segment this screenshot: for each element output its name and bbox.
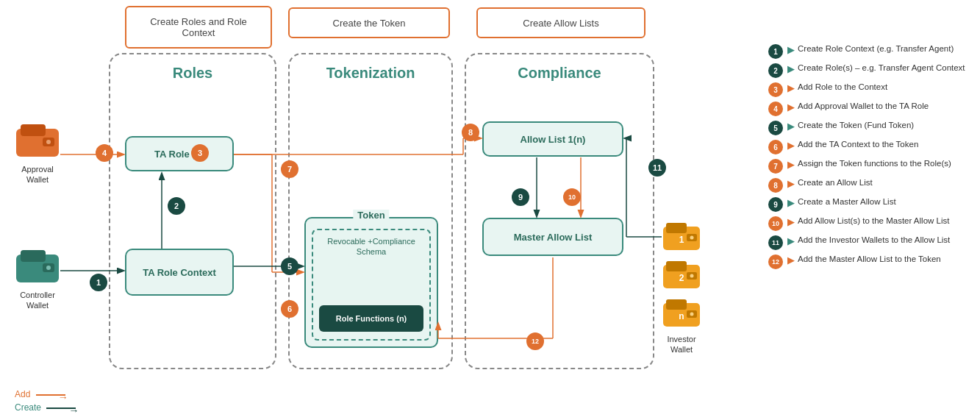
token-panel-title: Tokenization <box>290 65 451 82</box>
investor-wallet-n: n <box>662 297 701 332</box>
legend-arrow-11: ▶ <box>787 235 795 246</box>
approval-wallet: ApprovalWallet <box>15 121 60 185</box>
badge-9: 9 <box>512 188 529 206</box>
legend-item-9: 9 ▶ Create a Master Allow List <box>768 197 974 212</box>
svg-rect-14 <box>666 261 687 271</box>
allow-list-box: Allow List 1(n) <box>482 121 623 157</box>
legend-badge-11: 11 <box>768 235 783 250</box>
legend-arrow-3: ▶ <box>787 82 795 93</box>
badge-6: 6 <box>281 300 298 318</box>
token-inner-box: Revocable +Compliance Schema Role Functi… <box>312 229 431 341</box>
legend-badge-9: 9 <box>768 197 783 212</box>
diagram-container: Create Roles and Role Context Create the… <box>0 0 980 420</box>
badge-3: 3 <box>191 144 209 162</box>
master-allow-list-box: Master Allow List <box>482 218 623 256</box>
svg-text:2: 2 <box>679 273 684 283</box>
investor-wallet-2: 2 <box>662 259 701 294</box>
legend-badge-7: 7 <box>768 159 783 174</box>
badge-10: 10 <box>563 188 581 206</box>
legend-badge-2: 2 <box>768 63 783 78</box>
legend-item-1: 1 ▶ Create Role Context (e.g. Transfer A… <box>768 44 974 59</box>
role-functions-box: Role Functions (n) <box>319 305 423 332</box>
legend-arrow-10: ▶ <box>787 216 795 227</box>
svg-text:1: 1 <box>679 235 684 245</box>
badge-7: 7 <box>281 160 298 178</box>
legend-arrow-8: ▶ <box>787 178 795 189</box>
legend-item-11: 11 ▶ Add the Investor Wallets to the All… <box>768 235 974 250</box>
svg-text:n: n <box>679 311 684 321</box>
token-header: Create the Token <box>288 7 450 38</box>
svg-point-21 <box>690 313 694 316</box>
badge-11: 11 <box>648 159 666 177</box>
badge-8: 8 <box>462 124 479 141</box>
controller-wallet: ControllerWallet <box>15 247 60 311</box>
ta-role-context-box: TA Role Context <box>125 249 234 296</box>
svg-point-11 <box>690 236 694 240</box>
allowlist-header: Create Allow Lists <box>476 7 645 38</box>
legend-item-3: 3 ▶ Add Role to the Context <box>768 82 974 97</box>
legend-item-4: 4 ▶ Add Approval Wallet to the TA Role <box>768 102 974 116</box>
legend-arrow-5: ▶ <box>787 121 795 132</box>
legend-badge-1: 1 <box>768 44 783 59</box>
legend: 1 ▶ Create Role Context (e.g. Transfer A… <box>768 44 974 274</box>
svg-rect-5 <box>21 250 46 262</box>
controller-wallet-label: ControllerWallet <box>15 290 60 311</box>
legend-item-10: 10 ▶ Add Allow List(s) to the Master All… <box>768 216 974 231</box>
roles-header: Create Roles and Role Context <box>125 6 272 49</box>
legend-item-5: 5 ▶ Create the Token (Fund Token) <box>768 121 974 135</box>
badge-12: 12 <box>526 332 544 350</box>
investor-wallet-1: 1 <box>662 221 701 256</box>
legend-badge-10: 10 <box>768 216 783 231</box>
roles-panel-title: Roles <box>110 65 275 82</box>
legend-badge-12: 12 <box>768 255 783 269</box>
investor-wallet-label: InvestorWallet <box>662 334 701 355</box>
legend-badge-6: 6 <box>768 140 783 154</box>
legend-badge-8: 8 <box>768 178 783 193</box>
legend-arrow-6: ▶ <box>787 140 795 151</box>
compliance-panel: Compliance <box>465 53 654 369</box>
role-functions-label: Role Functions (n) <box>336 314 407 323</box>
token-label: Token <box>353 210 389 221</box>
legend-item-2: 2 ▶ Create Role(s) – e.g. Transfer Agent… <box>768 63 974 78</box>
badge-1: 1 <box>90 274 107 291</box>
roles-panel: Roles <box>109 53 276 369</box>
legend-item-8: 8 ▶ Create an Allow List <box>768 178 974 193</box>
svg-rect-19 <box>666 299 687 310</box>
compliance-panel-title: Compliance <box>466 65 653 82</box>
legend-arrow-7: ▶ <box>787 159 795 170</box>
legend-item-12: 12 ▶ Add the Master Allow List to the To… <box>768 255 974 269</box>
legend-badge-4: 4 <box>768 102 783 116</box>
investor-wallets-group: 1 2 n InvestorWallet <box>662 221 701 355</box>
token-box: Token Revocable +Compliance Schema Role … <box>304 217 438 348</box>
badge-4: 4 <box>96 144 113 162</box>
token-schema-label: Revocable +Compliance Schema <box>316 236 426 257</box>
badge-2: 2 <box>168 197 185 215</box>
legend-item-6: 6 ▶ Add the TA Context to the Token <box>768 140 974 154</box>
badge-5: 5 <box>281 257 298 275</box>
add-legend: Add → <box>15 389 65 399</box>
svg-point-16 <box>690 274 694 278</box>
legend-arrow-2: ▶ <box>787 63 795 74</box>
svg-point-3 <box>46 140 51 144</box>
legend-badge-3: 3 <box>768 82 783 97</box>
svg-rect-1 <box>21 124 46 136</box>
create-legend: Create → <box>15 402 76 413</box>
legend-arrow-4: ▶ <box>787 102 795 113</box>
svg-point-7 <box>46 266 51 270</box>
legend-badge-5: 5 <box>768 121 783 135</box>
approval-wallet-label: ApprovalWallet <box>15 164 60 185</box>
ta-role-box: TA Role (n) <box>125 136 234 171</box>
legend-item-7: 7 ▶ Assign the Token functions to the Ro… <box>768 159 974 174</box>
legend-arrow-9: ▶ <box>787 197 795 208</box>
legend-arrow-12: ▶ <box>787 255 795 266</box>
svg-rect-9 <box>666 223 687 233</box>
legend-arrow-1: ▶ <box>787 44 795 55</box>
